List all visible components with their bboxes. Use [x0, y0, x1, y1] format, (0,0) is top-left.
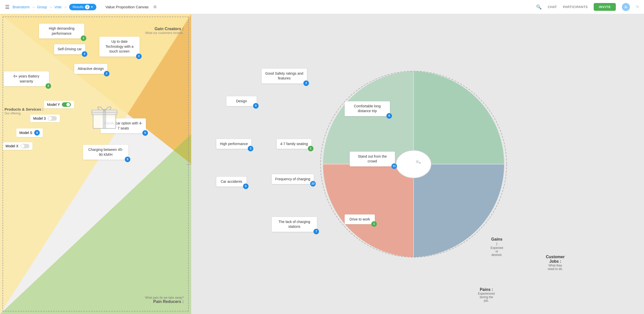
card-drive-to-work-badge: 1	[371, 221, 377, 227]
results-count: 1	[85, 5, 90, 9]
card-comfortable-trip-text: Comfortable long distance trip	[354, 104, 381, 113]
card-high-performance-text: High performance	[220, 142, 248, 146]
card-frequency-charging-text: Frequency of charging	[275, 177, 310, 181]
card-high-demanding[interactable]: High demanding performance 1	[39, 24, 84, 38]
participants-link[interactable]: PARTICIPANTS	[563, 5, 588, 9]
pains-section-label: Pains : Experienced during the job.	[478, 287, 495, 302]
customer-jobs-section-label: Customer Jobs : What they need to do.	[546, 255, 565, 271]
card-high-performance[interactable]: High performance 2	[216, 139, 251, 149]
model-3-toggle[interactable]: Model 3	[30, 115, 60, 122]
results-label: Results	[73, 5, 84, 9]
card-good-safety-text: Good Safety ratings and features	[265, 71, 303, 80]
search-icon[interactable]: 🔍	[536, 4, 542, 10]
card-lack-charging-text: The lack of charging stations	[278, 220, 310, 229]
card-good-safety-badge: 2	[303, 80, 309, 86]
card-comfortable-trip[interactable]: Comfortable long distance trip 8	[345, 101, 390, 116]
gains-sub: Expected or desired.	[491, 246, 503, 257]
breadcrumb-brainstorm[interactable]: Brainstorm	[13, 5, 30, 9]
card-up-to-date-badge: 2	[136, 54, 142, 59]
pains-label: Pains :	[480, 287, 493, 292]
breadcrumb: Brainstorm → Group → Vote → Results 1 ▾	[13, 4, 96, 10]
model-3-label: Model 3	[33, 116, 46, 120]
breadcrumb-group[interactable]: Group	[37, 5, 47, 9]
model-y-label: Model Y	[47, 103, 60, 107]
gain-creators-sub: What our customers receive.	[145, 31, 184, 35]
results-badge[interactable]: Results 1 ▾	[69, 4, 96, 10]
canvas-title: Value Proposition Canvas	[105, 5, 149, 9]
card-good-safety[interactable]: Good Safety ratings and features 2	[262, 69, 307, 83]
products-services-section: Products & Services : Our offering.	[5, 107, 44, 115]
breadcrumb-arrow-2: →	[49, 5, 53, 9]
customer-jobs-sub: What they need to do.	[546, 264, 565, 271]
tr-label: Tr	[636, 5, 639, 9]
left-panel: Gain Creators : What our customers recei…	[0, 14, 191, 314]
card-car-accidents-text: Car accidents	[221, 180, 242, 184]
customer-jobs-label: Customer Jobs :	[546, 255, 565, 263]
card-design-badge: 6	[253, 103, 259, 109]
avatar[interactable]: JL	[622, 3, 630, 11]
card-self-driving[interactable]: Self-Driving car 4	[54, 44, 85, 54]
card-family-car-badge: 6	[142, 130, 148, 136]
card-self-driving-text: Self-Driving car	[58, 47, 82, 51]
card-lack-charging[interactable]: The lack of charging stations 7	[272, 217, 317, 232]
card-car-accidents-badge: 6	[243, 184, 249, 189]
model-y-switch[interactable]	[62, 102, 71, 107]
products-services-label: Products & Services :	[5, 107, 44, 111]
card-drive-to-work-text: Drive to work	[349, 217, 370, 221]
settings-icon[interactable]: ⚙	[153, 5, 157, 9]
value-circle	[313, 64, 514, 265]
pain-reducers-sub: What pain do we take away?	[145, 296, 184, 299]
card-family-seating[interactable]: 4-7 family seating 1	[277, 139, 311, 149]
model-y-toggle[interactable]: Model Y	[44, 101, 74, 108]
gift-box-icon	[89, 100, 119, 133]
header: ☰ Brainstorm → Group → Vote → Results 1 …	[0, 0, 644, 14]
right-panel: Gains : Expected or desired. Pains : Exp…	[191, 14, 644, 314]
invite-button[interactable]: INVITE	[594, 3, 616, 11]
gain-creators-section: Gain Creators : What our customers recei…	[145, 27, 184, 35]
breadcrumb-arrow-3: →	[64, 5, 67, 9]
card-lack-charging-badge: 7	[313, 229, 319, 234]
menu-icon[interactable]: ☰	[5, 4, 10, 10]
card-stand-out-badge: 11	[391, 163, 397, 169]
header-right: 🔍 CHAT PARTICIPANTS INVITE JL Tr	[536, 3, 639, 11]
svg-point-4	[103, 109, 106, 111]
model-3-switch[interactable]	[48, 116, 57, 121]
model-x-switch[interactable]	[20, 144, 29, 148]
chevron-down-icon: ▾	[91, 5, 93, 9]
svg-point-9	[416, 160, 419, 163]
card-comfortable-trip-badge: 8	[386, 113, 392, 119]
card-up-to-date[interactable]: Up to date Technology with a touch scree…	[99, 37, 140, 57]
card-stand-out-text: Stand out from the crowd	[358, 154, 387, 163]
pain-reducers-section: What pain do we take away? Pain Reducers…	[145, 296, 184, 304]
model-x-label: Model X	[6, 144, 18, 148]
card-drive-to-work[interactable]: Drive to work 1	[345, 214, 375, 225]
card-design[interactable]: Design 6	[226, 96, 257, 106]
gains-label: Gains :	[491, 237, 502, 246]
model-s-toggle[interactable]: Model S 9	[16, 128, 43, 137]
card-frequency-charging[interactable]: Frequency of charging 23	[272, 174, 314, 184]
card-charging-between[interactable]: Charging between 45-90 KM/H 9	[83, 145, 128, 160]
pain-reducers-label: Pain Reducers :	[153, 299, 184, 304]
svg-rect-3	[92, 111, 117, 113]
gains-section-label: Gains : Expected or desired.	[491, 237, 503, 257]
card-battery-warranty[interactable]: 6+ years Battery warranty 2	[4, 71, 49, 86]
model-x-toggle[interactable]: Model X	[3, 142, 32, 150]
canvas-area: Gain Creators : What our customers recei…	[0, 14, 644, 314]
header-left: ☰ Brainstorm → Group → Vote → Results 1 …	[5, 4, 157, 10]
svg-point-10	[419, 162, 421, 164]
card-attractive-design-badge: 2	[104, 71, 109, 76]
arrow-right-icon: ⟶	[186, 160, 191, 168]
card-battery-warranty-text: 6+ years Battery warranty	[14, 74, 39, 83]
card-charging-between-text: Charging between 45-90 KM/H	[88, 148, 123, 157]
card-family-seating-text: 4-7 family seating	[280, 142, 308, 146]
card-car-accidents[interactable]: Car accidents 6	[216, 177, 247, 187]
card-charging-between-badge: 9	[125, 157, 130, 162]
model-s-label: Model S	[19, 131, 32, 135]
chat-link[interactable]: CHAT	[548, 5, 557, 9]
card-up-to-date-text: Up to date Technology with a touch scree…	[105, 39, 133, 53]
card-self-driving-badge: 4	[82, 51, 87, 57]
breadcrumb-vote[interactable]: Vote	[55, 5, 62, 9]
pains-sub: Experienced during the job.	[478, 292, 495, 302]
card-attractive-design[interactable]: Attractive design 2	[74, 64, 107, 74]
card-stand-out[interactable]: Stand out from the crowd 11	[350, 152, 395, 166]
